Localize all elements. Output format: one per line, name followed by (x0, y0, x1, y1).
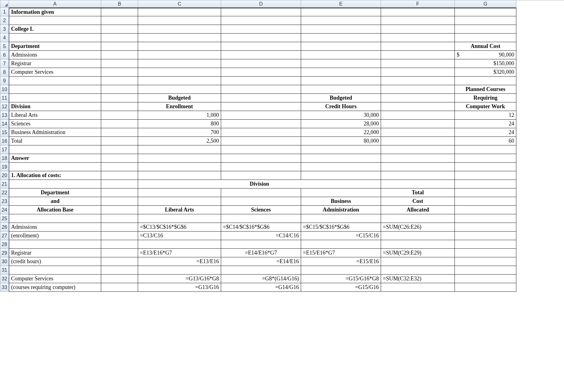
cell-E3[interactable] (301, 25, 381, 34)
row-header-23[interactable]: 23 (0, 197, 9, 206)
row-header-22[interactable]: 22 (0, 188, 9, 197)
cell-F10[interactable] (381, 85, 455, 94)
cell-F26[interactable]: =SUM(C26:E26) (381, 223, 455, 232)
cell-F32[interactable]: =SUM(C32:E32) (381, 275, 455, 283)
cell-G4[interactable] (455, 34, 516, 42)
cell-E2[interactable] (301, 16, 381, 25)
cell-B19[interactable] (101, 163, 138, 171)
cell-A1[interactable]: Information given (9, 8, 101, 16)
cell-E28[interactable] (301, 240, 381, 249)
cell-B7[interactable] (101, 59, 138, 68)
cell-C22[interactable] (138, 188, 221, 197)
cell-F1[interactable] (381, 8, 455, 16)
cell-G10[interactable]: Planned Courses (455, 85, 516, 94)
cell-G17[interactable] (455, 145, 516, 154)
cell-C23[interactable] (138, 197, 221, 206)
row-header-20[interactable]: 20 (0, 171, 9, 180)
cell-B30[interactable] (101, 257, 138, 266)
cell-D30[interactable]: =E14/E16 (221, 257, 301, 266)
cell-G8[interactable]: $320,000 (455, 68, 516, 77)
cell-F6[interactable] (381, 51, 455, 59)
cell-B9[interactable] (101, 77, 138, 85)
cell-A25[interactable] (9, 214, 101, 223)
cell-F2[interactable] (381, 16, 455, 25)
row-header-12[interactable]: 12 (0, 102, 9, 111)
cell-A2[interactable] (9, 16, 101, 25)
cell-B3[interactable] (101, 25, 138, 34)
cell-D17[interactable] (221, 145, 301, 154)
cell-B23[interactable] (101, 197, 138, 206)
cell-E25[interactable] (301, 214, 381, 223)
row-header-33[interactable]: 33 (0, 283, 9, 292)
cell-D15[interactable] (221, 128, 301, 137)
row-header-4[interactable]: 4 (0, 34, 9, 42)
row-header-17[interactable]: 17 (0, 145, 9, 154)
row-header-1[interactable]: 1 (0, 8, 9, 16)
row-header-16[interactable]: 16 (0, 137, 9, 145)
cell-C30[interactable]: =E13/E16 (138, 257, 221, 266)
cell-D11[interactable] (221, 94, 301, 102)
cell-G6[interactable]: $ 90,000 (455, 51, 516, 59)
cell-C5[interactable] (138, 42, 221, 51)
cell-E10[interactable] (301, 85, 381, 94)
cell-E5[interactable] (301, 42, 381, 51)
cell-G5[interactable]: Annual Cost (455, 42, 516, 51)
cell-F11[interactable] (381, 94, 455, 102)
cell-A23[interactable]: and (9, 197, 101, 206)
cell-G14[interactable]: 24 (455, 120, 516, 128)
cell-C29[interactable]: =E13/E16*G7 (138, 249, 221, 257)
row-header-10[interactable]: 10 (0, 85, 9, 94)
col-header-B[interactable]: B (101, 0, 138, 8)
row-header-25[interactable]: 25 (0, 214, 9, 223)
cell-C8[interactable] (138, 68, 221, 77)
cell-F27[interactable] (381, 232, 455, 240)
col-header-A[interactable]: A (9, 0, 101, 8)
cell-G24[interactable] (455, 206, 516, 214)
cell-E19[interactable] (301, 163, 381, 171)
cell-C18[interactable] (138, 154, 221, 163)
cell-G13[interactable]: 12 (455, 111, 516, 120)
cell-E8[interactable] (301, 68, 381, 77)
cell-C25[interactable] (138, 214, 221, 223)
cell-D27[interactable]: =C14/C16 (221, 232, 301, 240)
cell-G18[interactable] (455, 154, 516, 163)
cell-A10[interactable] (9, 85, 101, 94)
cell-G19[interactable] (455, 163, 516, 171)
cell-C2[interactable] (138, 16, 221, 25)
row-header-18[interactable]: 18 (0, 154, 9, 163)
cell-D25[interactable] (221, 214, 301, 223)
cell-B29[interactable] (101, 249, 138, 257)
cell-G27[interactable] (455, 232, 516, 240)
cell-E12[interactable]: Credit Hours (301, 102, 381, 111)
cell-D18[interactable] (221, 154, 301, 163)
cell-A20[interactable]: 1. Allocation of costs: (9, 171, 101, 180)
cell-F30[interactable] (381, 257, 455, 266)
row-header-8[interactable]: 8 (0, 68, 9, 77)
cell-A9[interactable] (9, 77, 101, 85)
cell-B12[interactable] (101, 102, 138, 111)
cell-D28[interactable] (221, 240, 301, 249)
cell-F24[interactable]: Allocated (381, 206, 455, 214)
cell-G9[interactable] (455, 77, 516, 85)
cell-B21[interactable] (101, 180, 138, 188)
row-header-31[interactable]: 31 (0, 266, 9, 275)
cell-E20[interactable] (301, 171, 381, 180)
cell-B20[interactable] (101, 171, 138, 180)
cell-A8[interactable]: Computer Services (9, 68, 101, 77)
cell-D10[interactable] (221, 85, 301, 94)
cell-C28[interactable] (138, 240, 221, 249)
cell-A17[interactable] (9, 145, 101, 154)
cell-B5[interactable] (101, 42, 138, 51)
cell-D8[interactable] (221, 68, 301, 77)
cell-F5[interactable] (381, 42, 455, 51)
cell-B4[interactable] (101, 34, 138, 42)
cell-G22[interactable] (455, 188, 516, 197)
cell-E15[interactable]: 22,000 (301, 128, 381, 137)
cell-C16[interactable]: 2,500 (138, 137, 221, 145)
cell-D16[interactable] (221, 137, 301, 145)
cell-G23[interactable] (455, 197, 516, 206)
cell-C9[interactable] (138, 77, 221, 85)
cell-F17[interactable] (381, 145, 455, 154)
cell-A31[interactable] (9, 266, 101, 275)
cell-G26[interactable] (455, 223, 516, 232)
